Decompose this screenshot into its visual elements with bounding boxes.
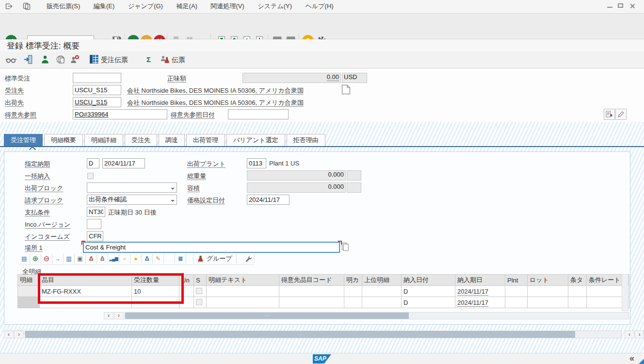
currency-button[interactable]: ● [130, 254, 142, 264]
menu-edit[interactable]: 編集(E) [88, 0, 120, 13]
minimize-button[interactable] [607, 7, 612, 8]
insert-item-button[interactable]: ⊕ [30, 254, 41, 264]
copy-document-button[interactable] [56, 55, 66, 66]
row1-s-cell[interactable] [194, 286, 207, 297]
row2-checkbox[interactable] [196, 299, 202, 305]
tab-sales[interactable]: 受注管理 [4, 134, 43, 147]
document-flow-button[interactable] [341, 84, 351, 96]
reject-customer-button[interactable] [70, 55, 80, 66]
table-scroll-left-button[interactable]: ‹ [104, 312, 113, 319]
customer-reference-label[interactable]: 得意先参照 [5, 111, 36, 119]
document-flask-button[interactable] [160, 55, 170, 66]
row2-delivery-date-type[interactable]: D [402, 297, 455, 308]
display-glasses-button[interactable] [6, 55, 16, 66]
row1-condition-type[interactable] [568, 286, 587, 297]
sold-to-label[interactable]: 受注先 [5, 86, 24, 95]
sold-to-field[interactable] [73, 85, 121, 95]
row2-item-category[interactable] [344, 297, 362, 308]
req-delivery-date-field[interactable] [102, 158, 145, 168]
pricing-flask-button[interactable]: Δ [86, 254, 97, 264]
col-higher-level-item[interactable]: 上位明細 [362, 275, 402, 286]
row2-item-text[interactable] [207, 297, 279, 308]
delete-item-button[interactable]: ⊖ [41, 254, 52, 264]
gui-session-icon[interactable] [22, 2, 31, 12]
incoterms-location-label[interactable]: 場所 1 [25, 244, 43, 252]
delivery-block-label[interactable]: 出荷ブロック [25, 184, 63, 193]
row1-customer-material[interactable] [279, 286, 344, 297]
inco-version-field[interactable] [87, 219, 101, 229]
pricing-date-label[interactable]: 価格設定日付 [187, 196, 225, 205]
row1-higher-level[interactable] [362, 286, 402, 297]
col-item[interactable]: 明細 [18, 275, 40, 286]
sales-document-list-button[interactable] [89, 54, 99, 66]
col-s[interactable]: S [194, 275, 207, 286]
row1-delivery-date[interactable]: 2024/11/17 [455, 286, 505, 297]
col-condition-type[interactable]: 条タ [568, 275, 587, 286]
ship-to-label[interactable]: 出荷先 [5, 99, 24, 107]
resize-grip-icon[interactable] [638, 359, 644, 364]
row2-higher-level[interactable] [362, 297, 402, 308]
row1-plant[interactable] [505, 286, 528, 297]
incoterms-field[interactable] [87, 231, 103, 241]
customer-reference-date-field[interactable] [228, 109, 289, 119]
col-plant[interactable]: Plnt [505, 275, 528, 286]
item-chart-button[interactable]: ▂▄▆ [108, 254, 119, 264]
row2-plant[interactable] [505, 297, 528, 308]
maximize-button[interactable] [618, 3, 623, 8]
table-hscrollbar-thumb[interactable]: ∙∙∙ [125, 313, 409, 319]
col-delivery-date[interactable]: 納入期日 [455, 275, 505, 286]
menu-sales-document[interactable]: 販売伝票(S) [41, 0, 86, 13]
tab-item-detail[interactable]: 明細詳細 [84, 134, 123, 147]
col-delivery-date-type[interactable]: 納入日付 [402, 275, 455, 286]
row1-batch[interactable] [528, 286, 568, 297]
complete-delivery-label[interactable]: 一括納入 [25, 172, 50, 181]
row1-delivery-date-type[interactable]: D [402, 286, 455, 297]
configuration-button[interactable] [243, 254, 255, 264]
page-scroll-left2-button[interactable]: › [14, 331, 24, 338]
copy-items-button[interactable]: ▣ [75, 254, 86, 264]
tab-shipping[interactable]: 出荷管理 [186, 134, 225, 147]
page-scroll-right2-button[interactable]: › [635, 331, 644, 338]
sort-stack-button[interactable]: ≣ [175, 254, 186, 264]
item-analysis-button[interactable]: Δ [142, 254, 153, 264]
page-hscrollbar[interactable]: ∙∙∙ [25, 331, 622, 338]
display-document-header-button[interactable] [23, 55, 33, 66]
incoterms-location-field[interactable] [83, 242, 340, 253]
req-delivery-date-label[interactable]: 指定納期 [25, 160, 50, 168]
item-notes-button[interactable]: ✎ [153, 254, 164, 264]
ship-to-description[interactable]: 会社 Northside Bikes, DES MOINES IA 50306,… [127, 99, 304, 107]
customer-reference-field[interactable] [73, 109, 167, 119]
item-overview-button[interactable]: ▤ [19, 254, 30, 264]
col-item-category[interactable]: 明カ [344, 275, 362, 286]
row2-s-cell[interactable] [194, 297, 207, 308]
payment-terms-label[interactable]: 支払条件 [25, 208, 50, 217]
tab-item-overview[interactable]: 明細概要 [44, 134, 83, 147]
document-button-label[interactable]: 伝票 [172, 56, 185, 65]
row1-item-text[interactable] [207, 286, 279, 297]
row2-delivery-date[interactable]: 2024/11/17 [455, 297, 505, 308]
col-batch[interactable]: ロット [528, 275, 568, 286]
row2-customer-material[interactable] [279, 297, 344, 308]
page-scroll-right-button[interactable]: ‹ [625, 331, 634, 338]
volume-label[interactable]: 容積 [187, 184, 200, 193]
payment-terms-field[interactable] [87, 207, 105, 217]
complete-delivery-checkbox[interactable] [87, 173, 94, 179]
sold-to-party-button[interactable] [41, 55, 49, 66]
row2-batch[interactable] [528, 297, 568, 308]
close-window-button[interactable]: ✕ [629, 2, 636, 11]
move-item-button[interactable]: → [52, 254, 64, 264]
pricing-date-field[interactable] [247, 195, 290, 205]
net-value[interactable]: 0.00 [327, 73, 339, 81]
row2-condition-type[interactable] [568, 297, 587, 308]
net-value-label[interactable]: 正味額 [167, 74, 186, 83]
shipping-plant-label[interactable]: 出荷プラント [187, 160, 225, 168]
tab-ordering-party[interactable]: 受注先 [125, 134, 157, 147]
customer-reference-date-label[interactable]: 得意先参照日付 [171, 111, 215, 119]
menu-extras[interactable]: 補足(A) [171, 0, 203, 13]
incoterms-label[interactable]: インコタームズ [25, 232, 70, 241]
col-item-text[interactable]: 明細テキスト [207, 275, 279, 286]
edit-header-button[interactable] [615, 109, 627, 120]
ship-to-field[interactable] [73, 97, 121, 107]
availability-check-button[interactable]: Δ [97, 254, 108, 264]
shipping-plant-field[interactable] [247, 158, 266, 168]
